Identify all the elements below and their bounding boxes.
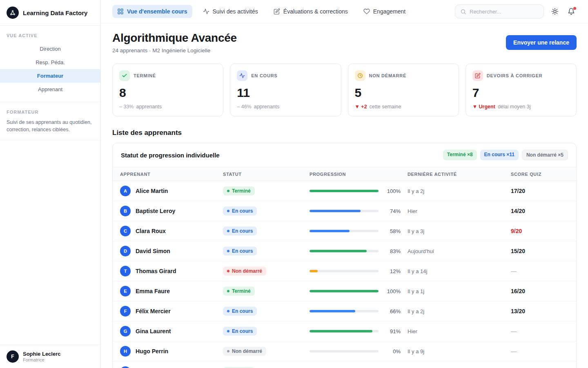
learner-name: Félix Mercier [136,308,171,314]
notifications-button[interactable] [566,6,577,17]
role-switcher: Direction Resp. Péda. Formateur Apprenan… [0,42,100,96]
last-activity: Hier [408,208,511,214]
user-name: Sophie Leclerc [23,351,60,357]
stat-value: 7 [472,86,570,100]
tab-engagement[interactable]: Engagement [359,5,410,18]
progress-fill [310,190,379,192]
tab-evaluations-corrections[interactable]: Évaluations & corrections [269,5,353,18]
stat-note: apprenants [136,104,162,110]
progress-bar [310,310,379,312]
logo-icon [7,7,19,19]
quiz-score: 9/20 [511,228,569,234]
nav-tabs: Vue d'ensemble cours Suivi des activités… [112,5,410,18]
activity-icon [237,70,247,81]
status-label: En cours [232,228,253,234]
table-row[interactable]: E Emma Faure Terminé 100% Il y a 1j 16/2… [113,281,576,301]
table-row[interactable]: F Félix Mercier En cours 66% Il y a 2j 1… [113,301,576,321]
progress-value: 91% [383,328,401,334]
status-pill: En cours [223,227,257,236]
send-reminder-button[interactable]: Envoyer une relance [506,35,577,50]
progress-bar [310,290,379,292]
status-label: Terminé [232,188,251,194]
table-row[interactable]: T Thomas Girard Non démarré 12% Il y a 1… [113,261,576,281]
table-row[interactable]: A Alice Martin Terminé 100% Il y a 2j 17… [113,181,576,201]
edit-icon [472,70,483,81]
quiz-score: 13/20 [511,308,569,314]
check-icon [119,70,130,81]
learner-avatar: T [120,266,131,276]
badge-non-demarre[interactable]: Non démarré ×5 [522,150,568,160]
table-row[interactable]: B Baptiste Leroy En cours 74% Hier 14/20 [113,201,576,221]
user-profile[interactable]: F Sophie Leclerc Formatrice [0,345,100,368]
table-row[interactable]: G Gina Laurent En cours 91% Hier — [113,321,576,341]
table-row[interactable]: Terminé 100% [113,361,576,368]
column-header-progression: Progression [310,172,408,177]
learner-name: David Simon [136,248,170,254]
sidebar-item-formateur[interactable]: Formateur [0,69,100,83]
tab-suivi-activites[interactable]: Suivi des activités [198,5,263,18]
tab-label: Engagement [373,8,405,15]
status-label: Non démarré [232,268,262,274]
tab-label: Évaluations & corrections [283,8,348,15]
progress-bar [310,210,379,212]
learner-name: Clara Roux [136,228,166,234]
sidebar-item-resp-peda[interactable]: Resp. Péda. [0,56,100,69]
quiz-score: — [511,328,569,334]
last-activity: Il y a 2j [408,308,511,314]
progress-bar [310,350,379,352]
stat-cards: Terminé 8 – 33% apprenants En cours 11 – [112,63,577,117]
stat-card-non-demarre: Non démarré 5 ▼ +2 cette semaine [348,63,459,117]
table-row[interactable]: C Clara Roux En cours 58% Il y a 3j 9/20 [113,221,576,241]
learner-name: Alice Martin [136,188,168,194]
status-pill: En cours [223,247,257,256]
stat-note: délai moyen 3j [498,104,531,110]
sidebar-item-apprenant[interactable]: Apprenant [0,83,100,96]
status-pill: En cours [223,327,257,336]
stat-card-devoirs-a-corriger: Devoirs à corriger 7 ▼ Urgent délai moye… [466,63,577,117]
search-input[interactable] [470,9,539,15]
sidebar-item-direction[interactable]: Direction [0,42,100,56]
role-description: Suivi de ses apprenants au quotidien, co… [0,119,100,140]
theme-toggle-button[interactable] [550,6,560,17]
status-dot-icon [227,270,229,272]
progress-fill [310,250,367,252]
learner-avatar: E [120,286,131,296]
learner-avatar: F [120,306,131,316]
list-section-title: Liste des apprenants [112,129,577,137]
learner-avatar [120,366,131,368]
progress-bar [310,270,379,272]
badge-en-cours[interactable]: En cours ×11 [480,150,519,160]
last-activity: Hier [408,328,511,334]
stat-card-termine: Terminé 8 – 33% apprenants [112,63,223,117]
progress-value: 58% [383,228,401,234]
progress-bar [310,230,379,232]
stat-card-en-cours: En cours 11 – 46% apprenants [230,63,341,117]
stat-value: 8 [119,86,216,100]
last-activity: Il y a 2j [408,188,511,194]
last-activity: Aujourd'hui [408,248,511,254]
status-pill: En cours [223,307,257,316]
status-dot-icon [227,190,229,192]
table-row[interactable]: H Hugo Perrin Non démarré 0% Il y a 9j — [113,341,576,361]
last-activity: Il y a 9j [408,348,511,355]
status-pill: Non démarré [223,347,266,356]
learner-avatar: C [120,226,131,236]
stat-value: 11 [237,86,334,100]
status-pill: Non démarré [223,267,266,276]
tab-vue-ensemble-cours[interactable]: Vue d'ensemble cours [112,5,192,18]
course-subtitle: 24 apprenants · M2 Ingénierie Logicielle [112,47,237,54]
status-count-badges: Terminé ×8 En cours ×11 Non démarré ×5 [443,150,568,160]
learner-avatar: D [120,246,131,256]
table-row[interactable]: D David Simon En cours 83% Aujourd'hui 1… [113,241,576,261]
progress-value: 66% [383,308,401,314]
sidebar: Learning Data Factory Vue active Directi… [0,0,101,368]
learner-avatar: H [120,346,131,357]
badge-termine[interactable]: Terminé ×8 [443,150,477,160]
status-dot-icon [227,290,229,292]
search-field[interactable] [455,4,544,18]
status-label: Non démarré [232,348,262,354]
learner-name: Thomas Girard [136,268,176,274]
stat-note: apprenants [254,104,280,110]
status-dot-icon [227,230,229,232]
status-dot-icon [227,350,229,352]
